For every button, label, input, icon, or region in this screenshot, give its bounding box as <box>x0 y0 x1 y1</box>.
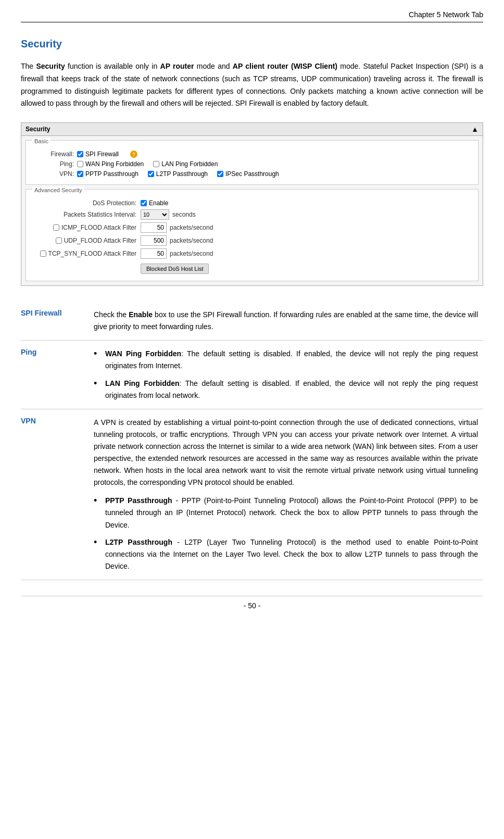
udp-checkbox-label[interactable]: UDP_FLOOD Attack Filter <box>56 237 136 244</box>
intro-bold-ap-client: AP client router (WISP Client) <box>233 62 337 70</box>
udp-text: UDP_FLOOD Attack Filter <box>64 237 136 244</box>
dos-checkbox-label[interactable]: Enable <box>141 199 168 207</box>
help-icon[interactable]: ? <box>130 151 137 158</box>
dos-text: Enable <box>149 199 168 207</box>
vpn-pptp-text: PPTP Passthrough - PPTP (Point-to-Point … <box>105 495 478 531</box>
desc-body-ping: • WAN Ping Forbidden: The default settin… <box>94 341 483 409</box>
advanced-section: Advanced Security DoS Protection: Enable… <box>26 189 478 281</box>
ping-bullet-list: • WAN Ping Forbidden: The default settin… <box>94 348 478 401</box>
intro-paragraph: The Security function is available only … <box>21 60 483 110</box>
packets-label: Packets Statistics Interval: <box>32 211 136 218</box>
desc-body-vpn: A VPN is created by establishing a virtu… <box>94 409 483 580</box>
udp-checkbox[interactable] <box>56 237 62 244</box>
icmp-checkbox[interactable] <box>53 224 59 231</box>
dos-label: DoS Protection: <box>32 199 136 207</box>
ping-bullet-wan: • WAN Ping Forbidden: The default settin… <box>94 348 478 372</box>
vpn-label: VPN: <box>32 170 74 178</box>
firewall-label: Firewall: <box>32 151 74 158</box>
bullet-dot-3: • <box>94 495 103 507</box>
basic-section-inner: Firewall: SPI Firewall ? Ping: WAN Ping … <box>32 151 472 178</box>
advanced-section-title: Advanced Security <box>32 187 84 193</box>
ping-row: Ping: WAN Ping Forbidden LAN Ping Forbid… <box>32 160 472 168</box>
vpn-l2tp-text: L2TP Passthrough - L2TP (Layer Two Tunne… <box>105 536 478 572</box>
intro-bold-ap-router: AP router <box>160 62 194 70</box>
intro-bold-security: Security <box>36 62 65 70</box>
desc-term-ping: Ping <box>21 341 94 409</box>
vpn-bullet-l2tp: • L2TP Passthrough - L2TP (Layer Two Tun… <box>94 536 478 572</box>
page-footer: - 50 - <box>21 596 483 610</box>
security-panel: Security ▲ Basic Firewall: SPI Firewall … <box>21 122 483 286</box>
bullet-dot-1: • <box>94 348 103 360</box>
desc-row-vpn: VPN A VPN is created by establishing a v… <box>21 409 483 580</box>
pptp-text: PPTP Passthrough <box>85 170 138 178</box>
lan-ping-bold: LAN Ping Forbidden <box>105 379 180 387</box>
vpn-bullet-list: • PPTP Passthrough - PPTP (Point-to-Poin… <box>94 495 478 572</box>
description-table: SPI Firewall Check the Enable box to use… <box>21 302 483 580</box>
lan-ping-text: LAN Ping Forbidden <box>161 160 218 168</box>
advanced-section-inner: DoS Protection: Enable Packets Statistic… <box>32 199 472 274</box>
tcp-text: TCP_SYN_FLOOD Attack Filter <box>48 250 136 257</box>
pptp-bold: PPTP Passthrough <box>105 496 172 505</box>
pptp-checkbox[interactable] <box>77 171 83 177</box>
ipsec-checkbox-label[interactable]: IPSec Passthrough <box>217 170 279 178</box>
ping-lan-text: LAN Ping Forbidden: The default setting … <box>105 378 478 402</box>
dos-checkbox[interactable] <box>141 200 147 206</box>
basic-section: Basic Firewall: SPI Firewall ? Ping: <box>26 140 478 185</box>
blocked-dos-button[interactable]: Blocked DoS Host List <box>141 264 209 274</box>
l2tp-bold: L2TP Passthrough <box>105 538 172 546</box>
l2tp-text: L2TP Passthrough <box>156 170 208 178</box>
packets-select[interactable]: 10 <box>141 209 169 220</box>
udp-unit: packets/second <box>170 237 213 244</box>
wan-ping-bold: WAN Ping Forbidden <box>105 349 181 358</box>
lan-ping-checkbox-label[interactable]: LAN Ping Forbidden <box>153 160 218 168</box>
wan-ping-text: WAN Ping Forbidden <box>85 160 144 168</box>
packets-unit: seconds <box>172 211 196 218</box>
desc-term-vpn: VPN <box>21 409 94 580</box>
tcp-unit: packets/second <box>170 250 213 257</box>
spi-firewall-text: SPI Firewall <box>85 151 119 158</box>
desc-row-ping: Ping • WAN Ping Forbidden: The default s… <box>21 341 483 409</box>
enable-bold: Enable <box>129 310 153 319</box>
udp-row: UDP_FLOOD Attack Filter packets/second <box>32 235 472 246</box>
ipsec-text: IPSec Passthrough <box>225 170 279 178</box>
tcp-row: TCP_SYN_FLOOD Attack Filter packets/seco… <box>32 248 472 259</box>
vpn-row: VPN: PPTP Passthrough L2TP Passthrough I… <box>32 170 472 178</box>
icmp-checkbox-label[interactable]: ICMP_FLOOD Attack Filter <box>53 224 136 231</box>
page-title: Security <box>21 38 483 50</box>
wan-ping-checkbox-label[interactable]: WAN Ping Forbidden <box>77 160 144 168</box>
l2tp-checkbox[interactable] <box>148 171 154 177</box>
panel-title: Security <box>26 126 50 133</box>
l2tp-checkbox-label[interactable]: L2TP Passthrough <box>148 170 208 178</box>
bullet-dot-2: • <box>94 378 103 390</box>
ping-bullet-lan: • LAN Ping Forbidden: The default settin… <box>94 378 478 402</box>
blocked-btn-row: Blocked DoS Host List <box>32 261 472 274</box>
panel-title-bar: Security ▲ <box>21 123 483 136</box>
ipsec-checkbox[interactable] <box>217 171 223 177</box>
page-number: - 50 - <box>244 602 261 610</box>
spi-firewall-checkbox[interactable] <box>77 151 83 157</box>
icmp-value-input[interactable] <box>141 222 167 233</box>
desc-term-spi: SPI Firewall <box>21 302 94 341</box>
packets-row: Packets Statistics Interval: 10 seconds <box>32 209 472 220</box>
spi-firewall-checkbox-label[interactable]: SPI Firewall <box>77 151 119 158</box>
basic-section-title: Basic <box>32 138 51 144</box>
bullet-dot-4: • <box>94 536 103 548</box>
lan-ping-checkbox[interactable] <box>153 161 159 167</box>
desc-row-spi: SPI Firewall Check the Enable box to use… <box>21 302 483 341</box>
vpn-bullet-pptp: • PPTP Passthrough - PPTP (Point-to-Poin… <box>94 495 478 531</box>
icmp-row: ICMP_FLOOD Attack Filter packets/second <box>32 222 472 233</box>
icmp-unit: packets/second <box>170 224 213 231</box>
vpn-intro-text: A VPN is created by establishing a virtu… <box>94 417 478 489</box>
collapse-icon[interactable]: ▲ <box>471 125 478 133</box>
tcp-checkbox[interactable] <box>40 251 46 257</box>
ping-wan-text: WAN Ping Forbidden: The default setting … <box>105 348 478 372</box>
tcp-checkbox-label[interactable]: TCP_SYN_FLOOD Attack Filter <box>40 250 136 257</box>
page-container: Chapter 5 Network Tab Security The Secur… <box>0 0 504 631</box>
ping-label: Ping: <box>32 160 74 168</box>
wan-ping-checkbox[interactable] <box>77 161 83 167</box>
dos-row: DoS Protection: Enable <box>32 199 472 207</box>
udp-value-input[interactable] <box>141 235 167 246</box>
icmp-text: ICMP_FLOOD Attack Filter <box>61 224 136 231</box>
pptp-checkbox-label[interactable]: PPTP Passthrough <box>77 170 138 178</box>
tcp-value-input[interactable] <box>141 248 167 259</box>
